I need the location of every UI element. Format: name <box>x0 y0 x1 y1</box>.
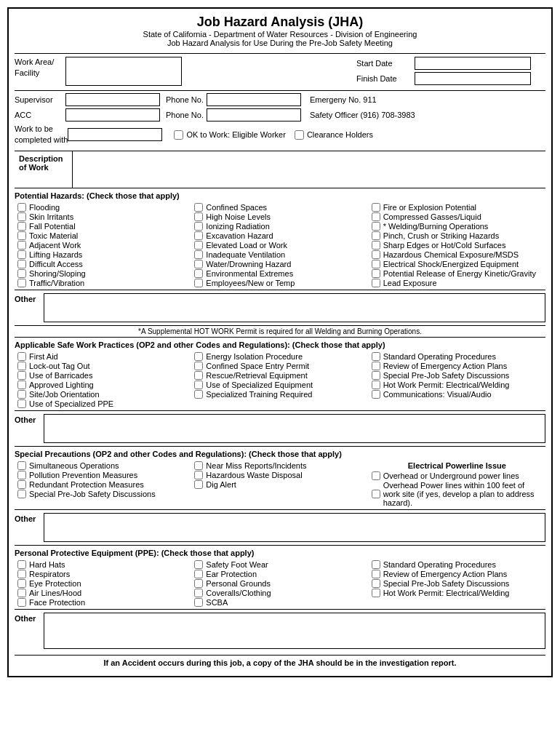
item-checkbox[interactable] <box>17 362 26 370</box>
item-checkbox[interactable] <box>17 250 26 259</box>
item-checkbox[interactable] <box>17 231 26 240</box>
item-checkbox[interactable] <box>194 480 203 489</box>
item-checkbox[interactable] <box>194 231 203 240</box>
item-checkbox[interactable] <box>372 260 380 268</box>
item-checkbox[interactable] <box>194 598 203 607</box>
work-complete-input[interactable] <box>68 128 162 141</box>
date-section: Start Date Finish Date <box>356 57 545 87</box>
item-checkbox[interactable] <box>194 269 203 278</box>
item-checkbox[interactable] <box>194 371 203 380</box>
item-checkbox[interactable] <box>372 381 380 389</box>
item-checkbox[interactable] <box>372 222 380 231</box>
item-checkbox[interactable] <box>194 279 203 287</box>
item-checkbox[interactable] <box>17 222 26 231</box>
item-checkbox[interactable] <box>372 212 380 221</box>
item-checkbox[interactable] <box>194 241 203 250</box>
emergency-label: Emergeny No. 911 <box>310 95 377 104</box>
item-checkbox[interactable] <box>194 390 203 399</box>
acc-input[interactable] <box>65 108 160 121</box>
ppe-grid: Hard HatsRespiratorsEye ProtectionAir Li… <box>15 559 545 609</box>
item-checkbox[interactable] <box>194 381 203 389</box>
item-checkbox[interactable] <box>17 461 26 470</box>
item-checkbox[interactable] <box>17 390 26 399</box>
item-label: Energy Isolation Procedure <box>206 352 303 361</box>
item-checkbox[interactable] <box>17 212 26 221</box>
item-checkbox[interactable] <box>372 231 380 240</box>
item-checkbox[interactable] <box>17 570 26 578</box>
item-checkbox[interactable] <box>194 560 203 569</box>
item-checkbox[interactable] <box>372 471 380 480</box>
footer-note: If an Accident occurs during this job, a… <box>15 655 545 670</box>
ppe-other-input[interactable] <box>44 613 545 649</box>
ppe-col2: Safety Foot WearEar ProtectionPersonal G… <box>191 560 368 607</box>
item-checkbox[interactable] <box>194 579 203 588</box>
item-checkbox[interactable] <box>372 390 380 399</box>
item-checkbox[interactable] <box>17 399 26 408</box>
item-checkbox[interactable] <box>372 362 380 370</box>
item-label: Water/Drowning Hazard <box>206 260 291 268</box>
item-label: Hot Work Permit: Electrical/Welding <box>383 381 510 389</box>
list-item: Face Protection <box>17 598 188 607</box>
item-checkbox[interactable] <box>17 480 26 489</box>
item-checkbox[interactable] <box>17 381 26 389</box>
item-checkbox[interactable] <box>372 490 380 498</box>
item-checkbox[interactable] <box>17 490 26 498</box>
acc-phone-input[interactable] <box>207 108 301 121</box>
item-checkbox[interactable] <box>194 362 203 370</box>
ok-worker-checkbox-label[interactable]: OK to Work: Eligible Worker <box>174 130 286 140</box>
hazards-other-input[interactable] <box>44 293 545 322</box>
item-checkbox[interactable] <box>17 279 26 287</box>
item-checkbox[interactable] <box>194 250 203 259</box>
item-checkbox[interactable] <box>17 371 26 380</box>
clearance-checkbox-label[interactable]: Clearance Holders <box>295 130 373 140</box>
item-label: Eye Protection <box>29 579 81 588</box>
item-checkbox[interactable] <box>372 352 380 361</box>
item-checkbox[interactable] <box>194 260 203 268</box>
work-area-input[interactable] <box>65 57 182 86</box>
item-checkbox[interactable] <box>17 203 26 212</box>
item-checkbox[interactable] <box>17 269 26 278</box>
item-checkbox[interactable] <box>17 471 26 479</box>
list-item: Site/Job Orientation <box>17 390 188 399</box>
list-item: Electrical Shock/Energized Equipment <box>372 260 543 268</box>
item-checkbox[interactable] <box>194 222 203 231</box>
work-complete-row: Work to becompleted with OK to Work: Eli… <box>15 124 545 146</box>
item-checkbox[interactable] <box>194 212 203 221</box>
item-checkbox[interactable] <box>372 570 380 578</box>
work-area-section: Work Area/Facility <box>15 57 356 87</box>
item-checkbox[interactable] <box>372 279 380 287</box>
start-date-input[interactable] <box>415 57 531 70</box>
middle-fields: Supervisor Phone No. Emergeny No. 911 AC… <box>15 90 545 151</box>
item-checkbox[interactable] <box>194 570 203 578</box>
ok-worker-checkbox[interactable] <box>174 130 183 140</box>
clearance-checkbox[interactable] <box>295 130 304 140</box>
item-checkbox[interactable] <box>17 560 26 569</box>
item-checkbox[interactable] <box>17 260 26 268</box>
desc-input[interactable] <box>73 151 545 188</box>
item-checkbox[interactable] <box>194 203 203 212</box>
sp-other-input[interactable] <box>44 513 545 542</box>
item-label: Overhead Power lines within 100 feet of … <box>383 481 543 507</box>
item-checkbox[interactable] <box>17 579 26 588</box>
safe-work-other-input[interactable] <box>44 414 545 443</box>
item-checkbox[interactable] <box>17 352 26 361</box>
item-checkbox[interactable] <box>17 241 26 250</box>
item-checkbox[interactable] <box>194 352 203 361</box>
supervisor-input[interactable] <box>65 93 160 106</box>
item-checkbox[interactable] <box>194 589 203 597</box>
item-checkbox[interactable] <box>372 589 380 597</box>
item-label: Approved Lighting <box>29 381 94 389</box>
supervisor-phone-input[interactable] <box>207 93 301 106</box>
item-checkbox[interactable] <box>372 250 380 259</box>
item-checkbox[interactable] <box>372 579 380 588</box>
item-checkbox[interactable] <box>194 471 203 479</box>
item-checkbox[interactable] <box>17 598 26 607</box>
item-checkbox[interactable] <box>372 560 380 569</box>
item-checkbox[interactable] <box>372 241 380 250</box>
item-checkbox[interactable] <box>372 203 380 212</box>
item-checkbox[interactable] <box>194 461 203 470</box>
item-checkbox[interactable] <box>17 589 26 597</box>
item-checkbox[interactable] <box>372 269 380 278</box>
finish-date-input[interactable] <box>415 72 531 85</box>
item-checkbox[interactable] <box>372 371 380 380</box>
